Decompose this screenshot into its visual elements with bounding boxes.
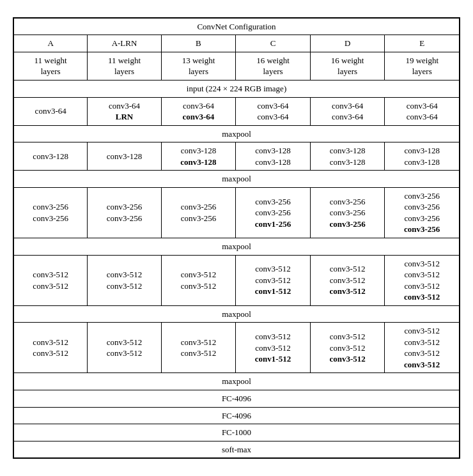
maxpool-1-row: maxpool <box>14 125 460 142</box>
fc1000-label: FC-1000 <box>14 424 460 441</box>
col-header-C: C <box>236 35 311 52</box>
cell-A-conv256: conv3-256conv3-256 <box>14 187 88 238</box>
cell-ALRN-conv256: conv3-256conv3-256 <box>88 187 161 238</box>
lrn-label: LRN <box>116 112 133 121</box>
maxpool-3-row: maxpool <box>14 238 460 256</box>
e-conv3-512a-bold: conv3-512 <box>404 292 440 302</box>
e-conv3-512b-bold: conv3-512 <box>404 360 440 369</box>
d-conv3-256-bold: conv3-256 <box>329 219 365 229</box>
d-conv3-512a-bold: conv3-512 <box>329 286 365 296</box>
d-conv3-512b-bold: conv3-512 <box>329 354 365 364</box>
cell-D-conv256: conv3-256conv3-256conv3-256 <box>310 187 385 238</box>
weight-C: 16 weightlayers <box>236 52 311 80</box>
maxpool-5-row: maxpool <box>14 373 460 390</box>
table-title: ConvNet Configuration <box>14 18 460 35</box>
maxpool-4-row: maxpool <box>14 305 460 323</box>
weight-B: 13 weightlayers <box>161 52 236 80</box>
fc4096a-row: FC-4096 <box>14 390 460 408</box>
conv128-row: conv3-128 conv3-128 conv3-128conv3-128 c… <box>14 142 460 171</box>
cell-A-conv512b: conv3-512conv3-512 <box>14 323 88 373</box>
col-header-E: E <box>385 35 460 52</box>
cell-D-conv128: conv3-128conv3-128 <box>310 142 385 171</box>
cell-D-conv512a: conv3-512conv3-512conv3-512 <box>310 255 385 305</box>
cell-B-conv512b: conv3-512conv3-512 <box>161 323 236 373</box>
cell-D-conv512b: conv3-512conv3-512conv3-512 <box>310 323 385 373</box>
cell-ALRN-conv512b: conv3-512conv3-512 <box>88 323 161 373</box>
weight-layers-row: 11 weightlayers 11 weightlayers 13 weigh… <box>14 52 460 80</box>
maxpool-1-label: maxpool <box>14 125 460 142</box>
cell-ALRN-conv64: conv3-64LRN <box>88 97 161 125</box>
conv512a-row: conv3-512conv3-512 conv3-512conv3-512 co… <box>14 255 460 305</box>
cell-B-conv128: conv3-128conv3-128 <box>161 142 236 171</box>
cell-B-conv64: conv3-64conv3-64 <box>161 97 236 125</box>
conv512b-row: conv3-512conv3-512 conv3-512conv3-512 co… <box>14 323 460 373</box>
c-conv1-512b-bold: conv1-512 <box>255 354 291 364</box>
cell-A-conv128: conv3-128 <box>14 142 88 171</box>
cell-C-conv512b: conv3-512conv3-512conv1-512 <box>236 323 311 373</box>
c-conv1-512a-bold: conv1-512 <box>255 286 291 296</box>
c-conv1-256-bold: conv1-256 <box>255 219 291 229</box>
col-header-ALRN: A-LRN <box>88 35 161 52</box>
weight-ALRN: 11 weightlayers <box>88 52 161 80</box>
softmax-row: soft-max <box>14 441 460 458</box>
col-header-B: B <box>161 35 236 52</box>
softmax-label: soft-max <box>14 441 460 458</box>
maxpool-2-label: maxpool <box>14 171 460 188</box>
cell-E-conv128: conv3-128conv3-128 <box>385 142 460 171</box>
maxpool-4-label: maxpool <box>14 305 460 323</box>
col-header-A: A <box>14 35 88 52</box>
cell-E-conv512b: conv3-512conv3-512conv3-512conv3-512 <box>385 323 460 373</box>
weight-D: 16 weightlayers <box>310 52 385 80</box>
input-row: input (224 × 224 RGB image) <box>14 80 460 97</box>
cell-C-conv512a: conv3-512conv3-512conv1-512 <box>236 255 311 305</box>
cell-C-conv128: conv3-128conv3-128 <box>236 142 311 171</box>
maxpool-5-label: maxpool <box>14 373 460 390</box>
weight-A: 11 weightlayers <box>14 52 88 80</box>
fc4096b-label: FC-4096 <box>14 407 460 424</box>
b-conv128-bold: conv3-128 <box>180 157 216 167</box>
cell-B-conv256: conv3-256conv3-256 <box>161 187 236 238</box>
column-header-row: A A-LRN B C D E <box>14 35 460 52</box>
b-conv64-bold: conv3-64 <box>183 112 215 121</box>
convnet-config-table: ConvNet Configuration A A-LRN B C D E 11… <box>13 17 460 459</box>
cell-E-conv512a: conv3-512conv3-512conv3-512conv3-512 <box>385 255 460 305</box>
weight-E: 19 weightlayers <box>385 52 460 80</box>
cell-E-conv256: conv3-256conv3-256conv3-256conv3-256 <box>385 187 460 238</box>
cell-D-conv64: conv3-64conv3-64 <box>310 97 385 125</box>
conv256-row: conv3-256conv3-256 conv3-256conv3-256 co… <box>14 187 460 238</box>
fc1000-row: FC-1000 <box>14 424 460 441</box>
col-header-D: D <box>310 35 385 52</box>
cell-A-conv64: conv3-64 <box>14 97 88 125</box>
cell-ALRN-conv128: conv3-128 <box>88 142 161 171</box>
fc4096b-row: FC-4096 <box>14 407 460 424</box>
input-label: input (224 × 224 RGB image) <box>14 80 460 97</box>
conv64-row: conv3-64 conv3-64LRN conv3-64conv3-64 co… <box>14 97 460 125</box>
e-conv3-256-bold: conv3-256 <box>404 224 440 234</box>
maxpool-2-row: maxpool <box>14 171 460 188</box>
fc4096a-label: FC-4096 <box>14 390 460 408</box>
title-row: ConvNet Configuration <box>14 18 460 35</box>
cell-B-conv512a: conv3-512conv3-512 <box>161 255 236 305</box>
cell-C-conv64: conv3-64conv3-64 <box>236 97 311 125</box>
cell-ALRN-conv512a: conv3-512conv3-512 <box>88 255 161 305</box>
cell-E-conv64: conv3-64conv3-64 <box>385 97 460 125</box>
cell-A-conv512a: conv3-512conv3-512 <box>14 255 88 305</box>
cell-C-conv256: conv3-256conv3-256conv1-256 <box>236 187 311 238</box>
maxpool-3-label: maxpool <box>14 238 460 256</box>
